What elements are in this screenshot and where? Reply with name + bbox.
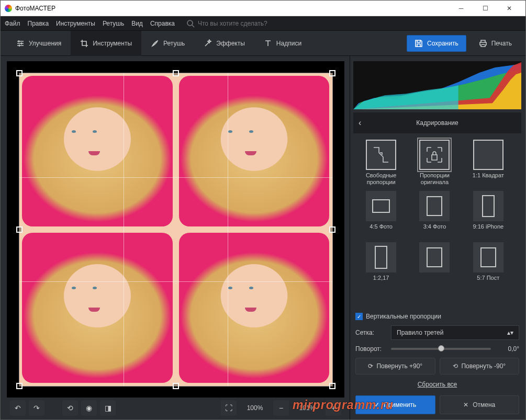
rotation-label: Поворот: [355, 345, 387, 353]
cancel-label: Отмена [473, 401, 495, 408]
preset-label: Пропорции оригинала [409, 172, 460, 186]
crop-handle-bl[interactable] [16, 383, 23, 389]
apply-button[interactable]: ✓ Применить [355, 395, 435, 414]
reset-all-link[interactable]: Сбросить все [355, 380, 519, 389]
preset-list[interactable]: Свободные пропорции Пропорции оригинала … [353, 137, 521, 310]
canvas-toolbar: ↶ ↷ ⟲ ◉ ◨ ⛶ 100% − 101% + [7, 398, 344, 418]
check-icon: ✓ [355, 313, 363, 320]
search-icon [186, 19, 195, 28]
rotate-minus90-label: Повернуть -90° [461, 362, 506, 370]
rotate-minus90-button[interactable]: ⟲ Повернуть -90° [440, 358, 520, 374]
redo-button[interactable]: ↷ [29, 400, 44, 416]
print-icon [479, 39, 487, 48]
stepper-icon: ▴▾ [507, 329, 513, 336]
undo-button[interactable]: ↶ [10, 400, 26, 416]
text-icon [264, 39, 272, 48]
back-button[interactable]: ‹ [359, 118, 361, 128]
menu-view[interactable]: Вид [131, 20, 143, 27]
vertical-proportions-checkbox[interactable]: ✓ Вертикальные пропорции [355, 313, 519, 320]
panel-title: Кадрирование [416, 119, 458, 127]
crop-handle-tr[interactable] [329, 70, 335, 76]
save-icon [415, 39, 423, 48]
grid-row: Сетка: Правило третей ▴▾ [355, 325, 519, 340]
preset-label: Свободные пропорции [355, 172, 407, 186]
search-input[interactable] [198, 20, 292, 27]
minimize-button[interactable]: ─ [449, 1, 473, 16]
tab-effects[interactable]: Эффекты [194, 31, 254, 56]
vertical-proportions-label: Вертикальные пропорции [366, 313, 441, 320]
titlebar: ФотоМАСТЕР ─ ☐ ✕ [1, 1, 525, 16]
tab-text[interactable]: Надписи [254, 31, 311, 56]
close-button[interactable]: ✕ [497, 1, 521, 16]
crop-handle-l[interactable] [16, 226, 23, 233]
apply-label: Применить [384, 401, 416, 408]
preset-1-2[interactable]: 1:2,17 [355, 242, 407, 288]
canvas[interactable] [7, 61, 344, 398]
crop-handle-b[interactable] [173, 383, 179, 389]
tab-effects-label: Эффекты [216, 40, 245, 47]
compare-button[interactable]: ◨ [100, 400, 116, 416]
menu-file[interactable]: Файл [5, 20, 20, 27]
sliders-icon [16, 39, 25, 48]
maximize-button[interactable]: ☐ [473, 1, 497, 16]
tab-enhancements[interactable]: Улучшения [7, 31, 71, 56]
preset-label: 4:5 Фото [370, 223, 393, 237]
rotate-plus90-button[interactable]: ⟳ Повернуть +90° [355, 358, 435, 374]
tab-enhancements-label: Улучшения [29, 40, 61, 47]
fit-screen-button[interactable]: ⛶ [221, 400, 237, 416]
save-button-label: Сохранить [427, 40, 458, 47]
zoom-in-button[interactable]: + [326, 400, 341, 416]
print-button[interactable]: Печать [472, 36, 519, 51]
rotation-slider[interactable] [391, 348, 491, 350]
preset-1-1[interactable]: 1:1 Квадрат [463, 140, 514, 186]
history-button[interactable]: ⟲ [62, 400, 78, 416]
grid-dropdown[interactable]: Правило третей ▴▾ [391, 325, 519, 340]
preset-label: 3:4 Фото [423, 223, 446, 237]
preset-label: 5:7 Пост [477, 275, 499, 288]
save-button[interactable]: Сохранить [407, 35, 466, 52]
brush-icon [151, 39, 159, 48]
crop-handle-tl[interactable] [16, 70, 23, 76]
menu-tools[interactable]: Инструменты [56, 20, 95, 27]
rotate-ccw-icon: ⟲ [453, 362, 458, 370]
crop-handle-t[interactable] [173, 70, 179, 76]
rotate-cw-icon: ⟳ [368, 362, 373, 370]
preset-5-7[interactable]: 5:7 Пост [463, 242, 514, 288]
preset-label: 9:16 iPhone [473, 223, 503, 237]
zoom-fit-label: 100% [242, 404, 268, 412]
tab-text-label: Надписи [276, 40, 301, 47]
preset-label: 1:1 Квадрат [473, 172, 504, 186]
tab-retouch-label: Ретушь [163, 40, 185, 47]
preset-label: 1:2,17 [373, 275, 389, 288]
preset-9-16[interactable]: 9:16 iPhone [463, 191, 514, 237]
menu-edit[interactable]: Правка [28, 20, 49, 27]
grid-value: Правило третей [397, 329, 443, 336]
menu-retouch[interactable]: Ретушь [103, 20, 124, 27]
wand-icon [204, 39, 212, 48]
preset-3-4[interactable]: 3:4 Фото [409, 191, 460, 237]
tab-retouch[interactable]: Ретушь [141, 31, 194, 56]
crop-handle-br[interactable] [329, 383, 335, 389]
print-button-label: Печать [491, 40, 512, 47]
zoom-out-button[interactable]: − [273, 400, 289, 416]
preview-toggle-button[interactable]: ◉ [81, 400, 97, 416]
lock-crop-icon [425, 145, 444, 164]
preset-free[interactable]: Свободные пропорции [355, 140, 407, 186]
grid-label: Сетка: [355, 329, 387, 336]
preset-mid[interactable] [409, 242, 460, 288]
svg-point-0 [187, 20, 193, 26]
free-crop-icon [372, 145, 390, 164]
tab-tools[interactable]: Инструменты [71, 31, 141, 56]
zoom-level-label: 101% [294, 404, 320, 412]
app-title: ФотоМАСТЕР [15, 5, 55, 12]
cancel-button[interactable]: ✕ Отмена [440, 395, 520, 414]
panel-header: ‹ Кадрирование [353, 112, 521, 133]
search-box[interactable] [186, 19, 292, 28]
menu-help[interactable]: Справка [150, 20, 175, 27]
app-logo-icon [5, 5, 12, 12]
tabs-row: Улучшения Инструменты Ретушь Эффекты Над… [1, 31, 525, 56]
preset-4-5[interactable]: 4:5 Фото [355, 191, 407, 237]
preset-original[interactable]: Пропорции оригинала [409, 140, 460, 186]
crop-handle-r[interactable] [329, 226, 335, 233]
histogram [353, 61, 521, 109]
